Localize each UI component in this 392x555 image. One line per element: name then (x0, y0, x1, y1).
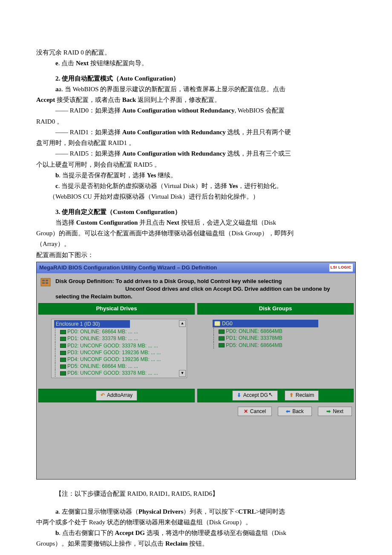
disk-icon (60, 337, 66, 341)
body-text: 个以上硬盘可用时，则会自动配置 RAID5 。 (36, 160, 356, 170)
phys-drive-item[interactable]: PD1: ONLINE: 33378 MB: ... ... (54, 335, 186, 342)
panel-blank-area (37, 419, 355, 479)
add-to-array-button[interactable]: ↶ AddtoArray (96, 390, 137, 401)
window-title: MegaRAID BIOS Configuration Utility Conf… (39, 263, 217, 272)
scroll-up-button[interactable]: ▲ (179, 320, 186, 327)
enclosure-root[interactable]: Enclosure 1 (ID 30) (54, 320, 130, 328)
body-text: e. 点击 Next 按钮继续配置向导。 (36, 58, 356, 68)
disk-icon (60, 358, 66, 362)
phys-drive-item[interactable]: PD5: ONLINE: 68664 MB: ... ... (54, 363, 186, 370)
disk-icon (219, 330, 225, 334)
phys-drive-item[interactable]: PD0: ONLINE: 68664 MB: ... ... (54, 328, 186, 335)
body-text: a. 左侧窗口显示物理驱动器（Physical Drivers）列表，可以按下<… (36, 507, 356, 517)
disk-icon (60, 351, 66, 355)
body-text: （WebBIOS CU 开始对虚拟驱动器（Virtual Disk）进行后台初始… (36, 192, 356, 202)
scroll-down-button[interactable]: ▼ (179, 370, 186, 377)
arrow-right-icon: ➡ (326, 408, 331, 416)
body-text: —— RAID0：如果选择 Auto Configuration without… (36, 106, 356, 116)
body-text: 盘可用时，则会自动配置 RAID1 。 (36, 138, 356, 148)
accept-dg-button[interactable]: ⬇ Accept DG ↖ (232, 390, 278, 401)
physical-drives-tree[interactable]: ▲ Enclosure 1 (ID 30) PD0: ONLINE: 68664… (51, 319, 187, 378)
phys-drive-item[interactable]: PD3: UNCONF GOOD: 139236 MB: ... ... (54, 349, 186, 356)
raid-config-panel: MegaRAID BIOS Configuration Utility Conf… (36, 262, 356, 480)
dg-folder-icon (214, 321, 220, 326)
next-button[interactable]: ➡ Next (318, 407, 352, 416)
body-text: （Array）。 (36, 239, 356, 249)
definition-text: Disk Group Definition: To add drives to … (55, 278, 352, 301)
disk-icon (60, 364, 66, 369)
reclaim-button[interactable]: ⬆ Reclaim (285, 390, 319, 401)
body-text: 当选择 Custom Configuration 并且点击 Next 按钮后，会… (36, 218, 356, 228)
disk-icon (60, 344, 66, 348)
body-text: Group）的画面。可以在这个配置画面中选择物理驱动器创建磁盘组（Disk Gr… (36, 228, 356, 238)
heading-auto-config: 2. 使用自动配置模式（Auto Configuration） (36, 74, 356, 84)
body-text: Groups）。如果需要撤销以上操作，可以点击 Reclaim 按钮。 (36, 539, 356, 549)
dg-drive-item[interactable]: PD5: ONLINE: 68664MB (213, 342, 345, 349)
body-text: aa. 当 WebBIOS 的界面显示建议的新配置后，请检查屏幕上显示的配置信息… (36, 84, 356, 94)
body-text: c. 当提示是否初始化新的虚拟驱动器（Virtual Disk）时，选择 Yes… (36, 181, 356, 191)
undo-icon: ↶ (101, 391, 105, 399)
body-text: b. 点击右侧窗口下的 Accept DG 选项，将选中的物理硬盘移动至右侧磁盘… (36, 528, 356, 538)
arrow-down-icon: ⬇ (237, 391, 241, 399)
body-text: RAID0 。 (36, 117, 356, 127)
disk-icon (60, 371, 66, 376)
dg-drive-item[interactable]: PD0: ONLINE: 68664MB (213, 328, 345, 335)
svg-rect-3 (42, 282, 45, 284)
cancel-button[interactable]: ✕ Cancel (238, 407, 272, 416)
body-text: —— RAID1：如果选择 Auto Configuration with Re… (36, 127, 356, 137)
disk-icon (60, 330, 66, 334)
arrow-left-icon: ⬅ (286, 408, 290, 416)
disk-groups-tree[interactable]: DG0 PD0: ONLINE: 68664MB PD1: ONLINE: 33… (210, 319, 346, 350)
body-text: 没有冗余 RAID 0 的配置。 (36, 48, 356, 58)
back-button[interactable]: ⬅ Back (278, 407, 312, 416)
window-titlebar: MegaRAID BIOS Configuration Utility Conf… (37, 262, 355, 273)
heading-custom-config: 3. 使用自定义配置（Custom Configuration） (36, 207, 356, 217)
body-text: Accept 接受该配置，或者点击 Back 返回到上个界面，修改配置。 (36, 95, 356, 105)
disk-icon (219, 343, 225, 347)
disk-icon (219, 336, 225, 341)
body-text: —— RAID5：如果选择 Auto Configuration with Re… (36, 149, 356, 159)
body-text: b. 当提示是否保存配置时，选择 Yes 继续。 (36, 171, 356, 180)
disk-group-icon (40, 278, 52, 288)
phys-drive-item[interactable]: PD4: UNCONF GOOD: 139236 MB: ... ... (54, 356, 186, 363)
phys-drive-item[interactable]: PD2: UNCONF GOOD: 33378 MB: ... ... (54, 342, 186, 349)
close-icon: ✕ (244, 408, 248, 416)
dg-root[interactable]: DG0 (213, 320, 318, 328)
disk-groups-header: Disk Groups (197, 303, 354, 314)
physical-drives-header: Physical Drives (38, 303, 195, 314)
body-text: 中两个或多个处于 Ready 状态的物理驱动器用来创建磁盘组（Disk Grou… (36, 517, 356, 527)
dg-drive-item[interactable]: PD1: ONLINE: 33378MB (213, 335, 345, 341)
svg-rect-2 (46, 280, 48, 281)
svg-rect-4 (46, 282, 48, 284)
lsi-logo: LSI LOGIC (329, 264, 353, 272)
arrow-up-icon: ⬆ (289, 391, 294, 399)
cursor-icon: ↖ (268, 390, 273, 399)
definition-row: Disk Group Definition: To add drives to … (37, 273, 355, 304)
svg-rect-1 (42, 280, 45, 281)
phys-drive-item[interactable]: PD6: UNCONF GOOD: 33378 MB: ... ... (54, 370, 186, 376)
body-text: 配置画面如下图示： (36, 250, 356, 260)
note-text: 【注：以下步骤适合配置 RAID0, RAID1, RAID5, RAID6】 (36, 489, 356, 499)
